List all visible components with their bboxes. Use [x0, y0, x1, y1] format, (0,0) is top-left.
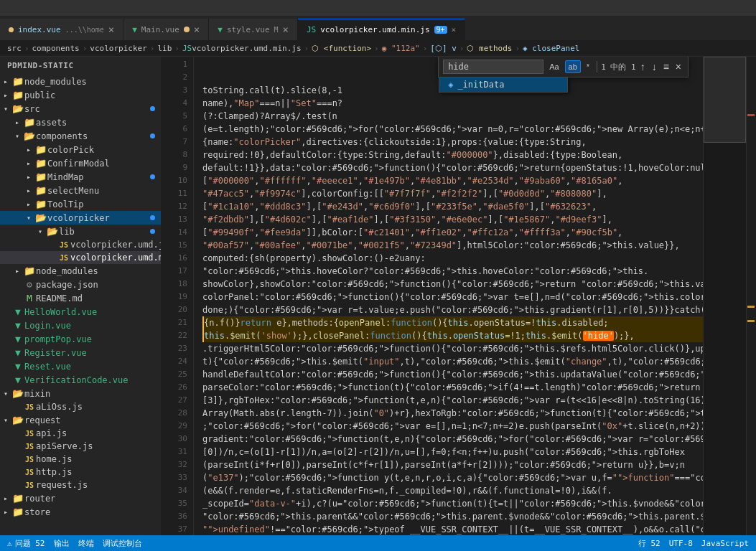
- line-number-11: 11: [162, 187, 187, 200]
- code-scroll[interactable]: 1234567891011121314151617181920212223242…: [162, 57, 703, 535]
- sidebar-item-apiServe_js[interactable]: JSapiServe.js: [0, 440, 161, 453]
- code-line-4: (e=t.length);"color:#569cd6;">for("color…: [202, 123, 703, 136]
- sidebar-item-src[interactable]: 📂src: [0, 102, 161, 116]
- sidebar-item-request_js[interactable]: JSrequest.js: [0, 479, 161, 491]
- tree-arrow-components: [11, 132, 23, 140]
- tree-icon-node_modules_2: 📁: [23, 265, 36, 276]
- sidebar-item-vcolorpicker_umd_js[interactable]: JSvcolorpicker.umd.js: [0, 238, 161, 251]
- sidebar-item-assets[interactable]: 📁assets: [0, 116, 161, 129]
- sidebar-item-vcolorpicker_umd_min_js[interactable]: JSvcolorpicker.umd.m...9+: [0, 251, 161, 264]
- status-language[interactable]: JavaScript: [701, 539, 749, 548]
- sidebar-item-VerificationCode[interactable]: ▼VerificationCode.vue: [0, 373, 161, 387]
- scroll-marker-error: [747, 114, 755, 116]
- sidebar-item-package_json[interactable]: ⚙package.json: [0, 278, 161, 291]
- tree-icon-src: 📂: [11, 103, 24, 114]
- code-line-2: name),"Map"===n||"Set"===n?: [202, 97, 703, 110]
- tab-index-vue[interactable]: index.vue ...\\home ×: [0, 19, 123, 40]
- tab-close-style-icon[interactable]: ×: [283, 24, 289, 34]
- ac-item-initdata[interactable]: ◈_initData: [439, 77, 567, 92]
- find-word-btn[interactable]: ab: [565, 60, 581, 73]
- title-bar: [0, 0, 756, 16]
- find-regex-btn[interactable]: *: [583, 60, 593, 73]
- line-number-29: 29: [162, 420, 187, 433]
- line-number-35: 35: [162, 497, 187, 510]
- editor-area: Aa ab * 1 中的 1 ↑ ↓ ≡ × ◈_initData 12345: [162, 57, 703, 535]
- tree-icon-MindMap: 📁: [34, 171, 47, 182]
- sidebar-item-lib[interactable]: 📂lib: [0, 225, 161, 238]
- sidebar-item-http_js[interactable]: JShttp.js: [0, 466, 161, 479]
- tree-label-node_modules_root: node_modules: [24, 77, 158, 87]
- status-output[interactable]: 输出: [54, 538, 70, 549]
- find-case-btn[interactable]: Aa: [546, 60, 562, 73]
- tree-arrow-node_modules_root: [0, 77, 11, 85]
- sidebar-item-ConfirmModal[interactable]: 📁ConfirmModal: [0, 156, 161, 170]
- sidebar-item-HelloWorld[interactable]: ▼HelloWorld.vue: [0, 305, 161, 319]
- tab-vcolorpicker[interactable]: JS vcolorpicker.umd.min.js 9+ ×: [298, 19, 465, 40]
- status-debug-label: 调试控制台: [103, 538, 142, 549]
- sidebar-item-Login[interactable]: ▼Login.vue: [0, 319, 161, 332]
- tree-label-vcolorpicker_umd_min_js: vcolorpicker.umd.m...: [70, 253, 162, 263]
- sidebar-item-vcolorpicker[interactable]: 📂vcolorpicker: [0, 211, 161, 225]
- sidebar-item-colorPick[interactable]: 📁colorPick: [0, 143, 161, 156]
- sidebar-item-readme[interactable]: MREADME.md: [0, 291, 161, 305]
- status-debug[interactable]: 调试控制台: [103, 538, 142, 549]
- code-line-29: [0])/n,c=(o[1]-r[1])/n,a=(o[2]-r[2])/n,u…: [202, 446, 703, 458]
- status-line[interactable]: 行 52: [638, 538, 661, 549]
- sidebar-item-router[interactable]: 📁router: [0, 491, 161, 505]
- find-prev-btn[interactable]: ↑: [638, 60, 648, 73]
- sidebar-item-Register[interactable]: ▼Register.vue: [0, 346, 161, 359]
- tree-icon-promptPop: ▼: [11, 334, 24, 344]
- sidebar-item-alioss[interactable]: JSaLiOss.js: [0, 400, 161, 413]
- find-close-btn[interactable]: ×: [673, 60, 683, 73]
- sidebar-item-MindMap[interactable]: 📁MindMap: [0, 170, 161, 184]
- tree-label-VerificationCode: VerificationCode.vue: [24, 375, 158, 385]
- status-left: ⚠ 问题 52 输出 终端 调试控制台: [7, 538, 142, 549]
- sidebar-item-api_js[interactable]: JSapi.js: [0, 427, 161, 440]
- code-line-16: showColor},showColor:"color:#569cd6;">fu…: [202, 278, 703, 291]
- tree-icon-store: 📁: [11, 507, 24, 517]
- status-problems[interactable]: ⚠ 问题 52: [7, 538, 45, 549]
- sidebar-item-ToolTip[interactable]: 📁ToolTip: [0, 197, 161, 211]
- status-language-label: JavaScript: [701, 539, 749, 548]
- tab-badge: 9+: [434, 26, 447, 34]
- code-line-25: [3]},rgbToHex:"color:#569cd6;">function(…: [202, 394, 703, 407]
- tab-main-vue[interactable]: ▼ Main.vue ×: [123, 19, 209, 40]
- code-line-14: computed:{sh(property).showColor:()-e2ua…: [202, 252, 703, 265]
- tab-style-vue[interactable]: ▼ style.vue M ×: [209, 19, 298, 40]
- line-number-25: 25: [162, 368, 187, 381]
- tree-label-mixin: mixin: [24, 389, 158, 399]
- sidebar-item-selectMenu[interactable]: 📁selectMenu: [0, 184, 161, 197]
- tree-icon-Register: ▼: [11, 347, 24, 358]
- right-scrollbar[interactable]: [746, 57, 756, 535]
- find-next-btn[interactable]: ↓: [650, 60, 659, 73]
- sidebar-item-Reset[interactable]: ▼Reset.vue: [0, 359, 161, 373]
- status-encoding[interactable]: UTF-8: [669, 539, 693, 548]
- sidebar-item-promptPop[interactable]: ▼promptPop.vue: [0, 332, 161, 346]
- status-terminal[interactable]: 终端: [78, 538, 94, 549]
- ac-icon: ◈: [448, 80, 453, 90]
- sidebar-item-public[interactable]: 📁public: [0, 88, 161, 102]
- sidebar-item-store[interactable]: 📁store: [0, 505, 161, 519]
- sidebar-item-node_modules_root[interactable]: 📁node_modules: [0, 75, 161, 88]
- tree-arrow-selectMenu: [23, 187, 34, 194]
- sidebar-item-mixin[interactable]: 📂mixin: [0, 387, 161, 400]
- find-input[interactable]: [443, 60, 543, 74]
- code-line-31: ("e137");"color:#569cd6;">function y(t,e…: [202, 471, 703, 484]
- tree-icon-VerificationCode: ▼: [11, 375, 24, 385]
- tab-close-icon[interactable]: ×: [108, 24, 114, 34]
- code-line-26: Array(Math.abs(r.length-7)).join("0")+r}…: [202, 407, 703, 420]
- sidebar-item-request[interactable]: 📂request: [0, 413, 161, 427]
- line-number-28: 28: [162, 407, 187, 420]
- line-number-7: 7: [162, 136, 187, 149]
- sidebar-item-home_js[interactable]: JShome.js: [0, 453, 161, 466]
- sidebar-item-components[interactable]: 📂components: [0, 129, 161, 143]
- tree-arrow-router: [0, 494, 11, 502]
- code-line-10: ["#1c1a10","#ddd8c3"],["#e243d","#c6d9f0…: [202, 200, 703, 213]
- sidebar-item-node_modules_2[interactable]: 📁node_modules: [0, 264, 161, 278]
- status-bar: ⚠ 问题 52 输出 终端 调试控制台 行 52 UTF-8 JavaScrip…: [0, 535, 756, 551]
- tree-icon-home_js: JS: [23, 456, 36, 463]
- tab-close-main-icon[interactable]: ×: [194, 24, 200, 34]
- sidebar: PDMIND-STATIC 📁node_modules📁public📂src📁a…: [0, 57, 162, 535]
- find-list-btn[interactable]: ≡: [661, 60, 671, 73]
- code-line-8: ["#000000","#ffffff","#eeece1","#1e497b"…: [202, 174, 703, 187]
